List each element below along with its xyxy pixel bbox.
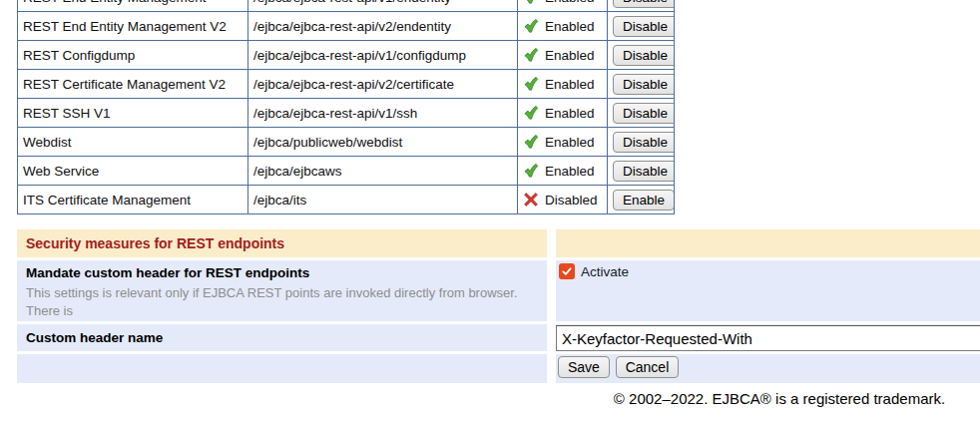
toggle-protocol-button[interactable]: Disable [613, 74, 675, 95]
protocol-action-cell: Disable [608, 70, 675, 99]
protocol-name: REST Certificate Management V2 [18, 70, 248, 99]
table-row: REST SSH V1 /ejbca/ejbca-rest-api/v1/ssh… [18, 99, 675, 128]
status-enabled-icon [523, 134, 539, 150]
protocol-status-cell: Enabled [518, 128, 608, 157]
status-enabled-icon [523, 76, 539, 92]
status-enabled-icon [523, 105, 539, 121]
activate-label: Activate [581, 264, 629, 279]
protocol-action-cell: Disable [608, 157, 675, 186]
protocol-url: /ejbca/ejbcaws [248, 157, 518, 186]
status-text: Enabled [545, 106, 595, 121]
status-text: Enabled [545, 135, 595, 150]
status-text: Enabled [545, 164, 595, 179]
protocol-action-cell: Disable [608, 41, 675, 70]
status-text: Disabled [545, 193, 598, 208]
protocol-table: REST End Entity Management /ejbca/ejbca-… [17, 0, 675, 214]
status-enabled-icon [523, 163, 539, 179]
protocol-status-cell: Enabled [518, 41, 608, 70]
protocol-url: /ejbca/its [248, 186, 518, 214]
security-section-header: Security measures for REST endpoints [17, 229, 547, 257]
cancel-button[interactable]: Cancel [616, 356, 680, 378]
protocol-name: Webdist [18, 128, 248, 157]
mandate-header-cell: Mandate custom header for REST endpoints… [17, 260, 547, 321]
security-buttons-left-cell [17, 354, 547, 383]
table-row: REST Configdump /ejbca/ejbca-rest-api/v1… [18, 41, 675, 70]
protocol-url: /ejbca/ejbca-rest-api/v1/endentity [248, 0, 518, 12]
protocol-status-cell: Enabled [518, 99, 608, 128]
toggle-protocol-button[interactable]: Disable [613, 45, 675, 66]
protocol-status-cell: Enabled [518, 157, 608, 186]
status-text: Enabled [545, 0, 595, 5]
protocol-action-cell: Disable [608, 0, 675, 12]
status-enabled-icon [523, 18, 539, 34]
table-row: Web Service /ejbca/ejbcaws Enabled Disab… [18, 157, 675, 186]
status-enabled-icon [523, 47, 539, 63]
protocol-action-cell: Disable [608, 99, 675, 128]
protocol-action-cell: Disable [608, 128, 675, 157]
toggle-protocol-button[interactable]: Disable [613, 16, 675, 37]
protocol-url: /ejbca/ejbca-rest-api/v1/ssh [248, 99, 518, 128]
protocol-name: ITS Certificate Management [18, 186, 248, 214]
status-enabled-icon [523, 0, 539, 5]
protocol-status-cell: Disabled [518, 186, 608, 214]
toggle-protocol-button[interactable]: Disable [613, 161, 675, 182]
security-buttons-cell: Save Cancel [556, 354, 980, 383]
protocol-action-cell: Enable [608, 186, 675, 214]
protocol-status-cell: Enabled [518, 0, 608, 12]
protocol-status-cell: Enabled [518, 70, 608, 99]
save-button[interactable]: Save [558, 356, 610, 378]
activate-checkbox[interactable] [559, 263, 575, 279]
table-row: REST End Entity Management V2 /ejbca/ejb… [18, 12, 675, 41]
protocol-name: REST Configdump [18, 41, 248, 70]
toggle-protocol-button[interactable]: Enable [613, 190, 675, 211]
protocol-url: /ejbca/publicweb/webdist [248, 128, 518, 157]
custom-header-input-cell [556, 324, 980, 351]
protocol-name: REST End Entity Management V2 [18, 12, 248, 41]
mandate-header-label: Mandate custom header for REST endpoints [26, 265, 538, 280]
status-text: Enabled [545, 48, 595, 63]
table-row: REST Certificate Management V2 /ejbca/ej… [18, 70, 675, 99]
protocol-action-cell: Disable [608, 12, 675, 41]
footer-text: © 2002–2022. EJBCA® is a registered trad… [0, 390, 980, 407]
protocol-name: REST SSH V1 [18, 99, 248, 128]
custom-header-label: Custom header name [17, 324, 547, 351]
protocol-name: Web Service [18, 157, 248, 186]
security-section: Security measures for REST endpoints Man… [17, 229, 980, 383]
toggle-protocol-button[interactable]: Disable [613, 0, 675, 8]
toggle-protocol-button[interactable]: Disable [613, 132, 675, 153]
custom-header-input[interactable] [556, 325, 980, 351]
table-row: REST End Entity Management /ejbca/ejbca-… [18, 0, 675, 12]
protocol-name: REST End Entity Management [18, 0, 248, 12]
activate-cell: Activate [556, 260, 980, 321]
security-section-header-right [556, 229, 980, 257]
table-row: Webdist /ejbca/publicweb/webdist Enabled… [18, 128, 675, 157]
table-row: ITS Certificate Management /ejbca/its Di… [18, 186, 675, 214]
protocol-url: /ejbca/ejbca-rest-api/v1/configdump [248, 41, 518, 70]
status-text: Enabled [545, 19, 595, 34]
toggle-protocol-button[interactable]: Disable [613, 103, 675, 124]
status-disabled-icon [523, 192, 539, 208]
protocol-status-cell: Enabled [518, 12, 608, 41]
protocol-url: /ejbca/ejbca-rest-api/v2/certificate [248, 70, 518, 99]
page-content: REST End Entity Management /ejbca/ejbca-… [0, 0, 980, 407]
status-text: Enabled [545, 77, 595, 92]
protocol-url: /ejbca/ejbca-rest-api/v2/endentity [248, 12, 518, 41]
